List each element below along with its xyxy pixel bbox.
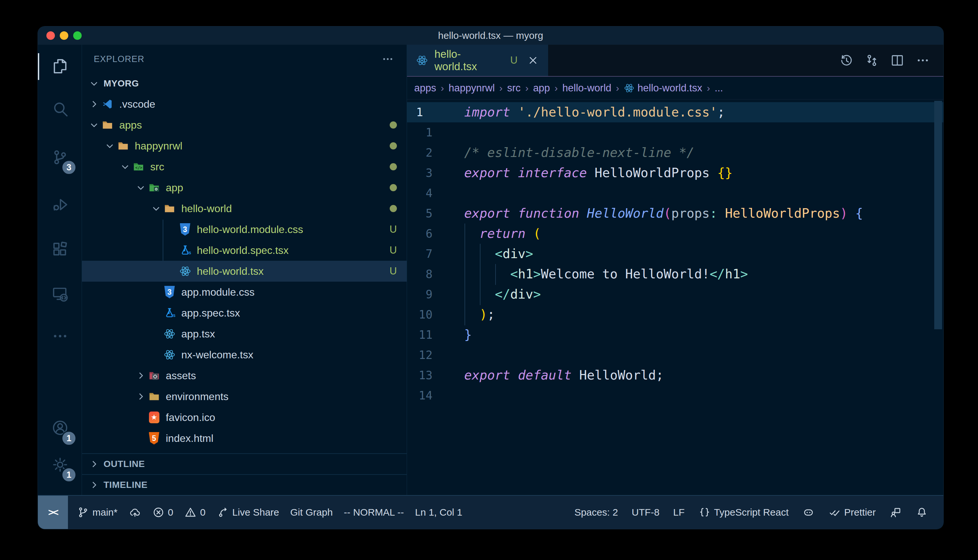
source-control-badge: 3 [62,160,77,175]
tree-item-hello-world-module-css[interactable]: 3hello-world.module.cssU [82,219,407,240]
tree-item-app-module-css[interactable]: 3app.module.css [82,282,407,303]
timeline-history-icon[interactable] [839,53,854,68]
chevron-down-icon[interactable] [105,141,115,151]
titlebar: hello-world.tsx — myorg [38,27,943,45]
modified-dot-badge [390,142,397,150]
status-warnings[interactable]: 0 [179,496,211,529]
breadcrumb-happynrwl[interactable]: happynrwl [446,82,497,94]
status-language-mode[interactable]: TypeScript React [693,496,794,529]
test-icon: TS [179,244,191,257]
explorer-more-actions-icon[interactable] [381,52,395,66]
git-untracked-badge: U [510,55,517,66]
chevron-right-icon[interactable] [89,99,99,109]
tree-item-favicon-ico[interactable]: ★favicon.ico [82,407,407,428]
tree-item-hello-world-spec-tsx[interactable]: TShello-world.spec.tsxU [82,240,407,261]
status-git-graph[interactable]: Git Graph [285,496,338,529]
editor-group: hello-world.tsx U [407,45,943,495]
line-number: 4 [407,183,440,203]
tree-item-label: src [150,161,390,173]
tree-item-app-tsx[interactable]: app.tsx [82,323,407,344]
tree-item-environments[interactable]: environments [82,386,407,407]
line-number: 2 [407,143,440,163]
tree-item-src[interactable]: </>src [82,156,407,177]
status-errors[interactable]: 0 [147,496,179,529]
chevron-down-icon[interactable] [120,162,130,172]
tree-item-app[interactable]: app [82,177,407,198]
tree-item-label: hello-world.spec.tsx [197,245,390,257]
breadcrumb-hello-world[interactable]: hello-world [560,82,614,94]
status-eol[interactable]: LF [668,496,690,529]
explorer-sidebar: EXPLORER MYORG .vscodeappshappynrwl</>sr… [82,45,407,495]
tree-item-app-spec-tsx[interactable]: TSapp.spec.tsx [82,303,407,323]
status-prettier[interactable]: Prettier [823,496,881,529]
breadcrumb-app[interactable]: app [530,82,553,94]
activity-bar: 3 1 1 [38,45,82,495]
window-title: hello-world.tsx — myorg [438,30,543,41]
status-indentation[interactable]: Spaces: 2 [569,496,623,529]
breadcrumb-apps[interactable]: apps [411,82,439,94]
css-icon: 3 [179,223,191,236]
editor-scrollbar[interactable] [934,101,942,329]
status-encoding[interactable]: UTF-8 [626,496,665,529]
timeline-panel-header[interactable]: TIMELINE [82,474,407,495]
breadcrumb----[interactable]: ... [712,82,726,94]
breadcrumb-separator: › [553,83,560,94]
breadcrumb-hello-world-tsx[interactable]: hello-world.tsx [621,82,705,94]
zoom-window-button[interactable] [73,31,82,40]
tree-item-apps[interactable]: apps [82,115,407,135]
chevron-right-icon[interactable] [136,371,146,380]
status-git-branch[interactable]: main* [71,496,123,529]
folder-icon [117,139,129,152]
code-line: 12 [407,345,943,365]
tree-item-nx-welcome-tsx[interactable]: nx-welcome.tsx [82,344,407,365]
tree-item-label: app.spec.tsx [181,307,397,319]
close-tab-icon[interactable] [527,55,539,66]
tree-item--vscode[interactable]: .vscode [82,94,407,115]
favicon-icon: ★ [148,411,160,424]
chevron-down-icon[interactable] [151,203,161,213]
code-line: 9 </div> [407,284,943,305]
code-editor[interactable]: 1import './hello-world.module.css';12/* … [407,100,943,495]
breadcrumb-label: src [507,82,521,94]
outline-panel-header[interactable]: OUTLINE [82,453,407,474]
more-views-icon[interactable] [38,318,82,354]
tree-item-hello-world[interactable]: hello-world [82,198,407,219]
status-label: Live Share [232,507,279,518]
run-debug-icon[interactable] [38,187,82,223]
breadcrumb-src[interactable]: src [505,82,523,94]
status-vim-mode[interactable]: -- NORMAL -- [338,496,410,529]
status-notifications[interactable] [910,496,934,529]
chevron-right-icon[interactable] [136,392,146,402]
remote-explorer-icon[interactable] [38,276,82,312]
chevron-down-icon[interactable] [136,183,146,193]
status-sync[interactable] [123,496,147,529]
tree-item-happynrwl[interactable]: happynrwl [82,135,407,156]
extensions-icon[interactable] [38,232,82,267]
status-live-share[interactable]: Live Share [211,496,284,529]
tree-item-label: environments [166,391,397,403]
split-editor-icon[interactable] [890,53,905,68]
search-icon[interactable] [38,92,82,127]
code-line: 13export default HelloWorld; [407,365,943,385]
tree-item-hello-world-tsx[interactable]: hello-world.tsxU [82,261,407,282]
explorer-icon[interactable] [38,48,82,84]
status-cursor-position[interactable]: Ln 1, Col 1 [409,496,468,529]
tree-item-index-html[interactable]: 5index.html [82,428,407,449]
code-line: 7 <div> [407,244,943,264]
project-section-header[interactable]: MYORG [82,73,407,94]
line-number: 9 [407,284,440,305]
test-icon: TS [164,307,176,320]
more-editor-actions-icon[interactable] [915,53,930,68]
bell-icon [916,506,928,518]
status-live-share-contact[interactable] [884,496,908,529]
modified-dot-badge [390,122,397,128]
tab-hello-world-tsx[interactable]: hello-world.tsx U [407,45,548,76]
minimize-window-button[interactable] [60,31,68,40]
close-window-button[interactable] [47,31,55,40]
tree-item-assets[interactable]: assets [82,365,407,386]
status-remote-indicator[interactable]: >< [38,496,68,529]
status-copilot[interactable] [797,496,820,529]
chevron-down-icon[interactable] [89,120,99,130]
compare-changes-icon[interactable] [864,53,879,68]
line-number: 14 [407,385,440,406]
